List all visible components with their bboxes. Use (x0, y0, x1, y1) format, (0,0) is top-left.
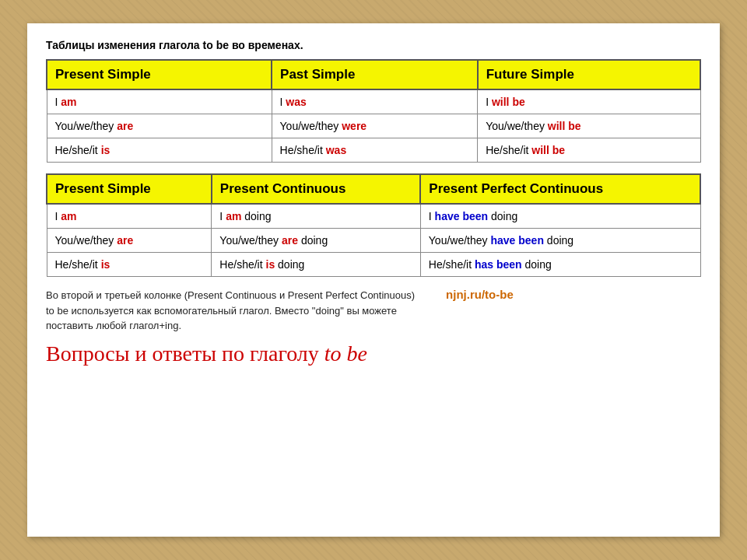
table2-row3-col2: He/she/it is doing (212, 253, 420, 277)
tobe-text: to be (324, 341, 367, 366)
table1-row1-col3: I will be (478, 89, 700, 114)
table1-row3-col1: He/she/it is (47, 138, 272, 163)
table2-row1-col3: I have been doing (420, 204, 700, 229)
table2-header-1: Present Simple (47, 174, 212, 204)
page-big-title: Вопросы и ответы по глаголу to be (46, 341, 701, 366)
note-text: Во второй и третьей колонке (Present Con… (46, 288, 415, 334)
url-block: njnj.ru/to-be (446, 288, 514, 302)
table-row: He/she/it is He/she/it is doing He/she/i… (47, 253, 700, 277)
table-row: You/we/they are You/we/they are doing Yo… (47, 229, 700, 253)
table2-row2-col3: You/we/they have been doing (420, 229, 700, 253)
table1-row2-col3: You/we/they will be (478, 114, 700, 138)
table2-row1-col1: I am (47, 204, 212, 229)
table2-header-3: Present Perfect Continuous (420, 174, 700, 204)
table2-row2-col2: You/we/they are doing (212, 229, 420, 253)
table2-row3-col3: He/she/it has been doing (420, 253, 700, 277)
table1-header-1: Present Simple (47, 60, 272, 89)
note-body: Во второй и третьей колонке (Present Con… (46, 288, 415, 338)
table1-row2-col1: You/we/they are (47, 114, 272, 138)
table-row: He/she/it is He/she/it was He/she/it wil… (47, 138, 700, 163)
table2-row1-col2: I am doing (212, 204, 420, 229)
table-row: I am I was I will be (47, 89, 700, 114)
card-title: Таблицы изменения глагола to be во време… (46, 39, 701, 51)
note-section: Во второй и третьей колонке (Present Con… (46, 288, 701, 338)
main-card: Таблицы изменения глагола to be во време… (27, 23, 720, 537)
table-row: I am I am doing I have been doing (47, 204, 700, 229)
table2-header-2: Present Continuous (212, 174, 420, 204)
table1-header-2: Past Simple (272, 60, 478, 89)
table-tenses-2: Present Simple Present Continuous Presen… (46, 173, 701, 277)
table1-row3-col2: He/she/it was (272, 138, 478, 163)
site-url: njnj.ru/to-be (446, 288, 514, 301)
table1-row2-col2: You/we/they were (272, 114, 478, 138)
table2-row2-col1: You/we/they are (47, 229, 212, 253)
table1-row3-col3: He/she/it will be (478, 138, 700, 163)
table2-row3-col1: He/she/it is (47, 253, 212, 277)
table-tenses-1: Present Simple Past Simple Future Simple… (46, 59, 701, 163)
table1-row1-col2: I was (272, 89, 478, 114)
table1-row1-col1: I am (47, 89, 272, 114)
table1-header-3: Future Simple (478, 60, 700, 89)
table-row: You/we/they are You/we/they were You/we/… (47, 114, 700, 138)
